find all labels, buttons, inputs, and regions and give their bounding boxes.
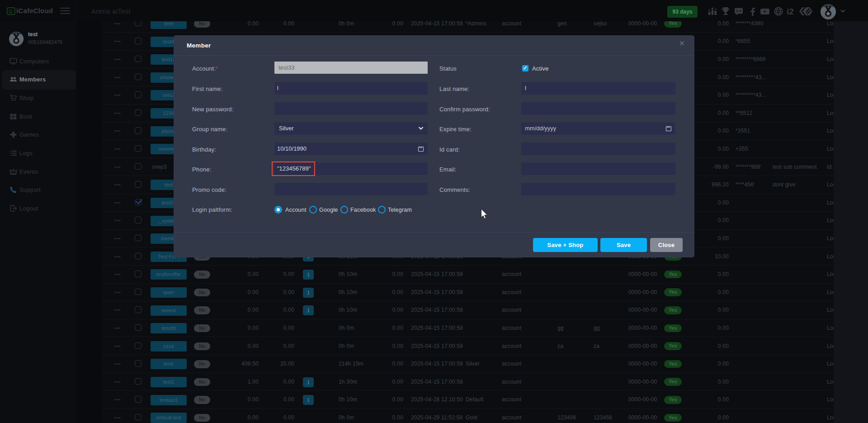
svg-text:i2: i2 (787, 7, 794, 16)
svg-text:i2: i2 (9, 9, 13, 14)
